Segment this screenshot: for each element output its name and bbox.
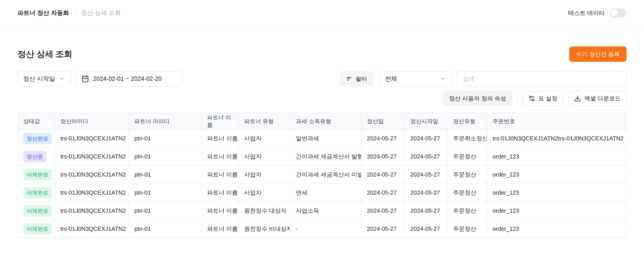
- status-badge: 이체완료: [23, 205, 52, 217]
- table-row[interactable]: 이체완료trs-01J0N3QCEXJ1ATN2ptn-01파트너 이름원천징수…: [18, 202, 626, 220]
- table-cell: 주문정산: [448, 147, 487, 166]
- table-cell: 파트너 이름: [202, 220, 238, 238]
- table-cell: 간이과세 세금계산서 발행: [290, 147, 361, 166]
- status-badge: 이체완료: [23, 169, 52, 180]
- toggle-knob: [610, 9, 618, 17]
- table-cell: trs-01J0N3QCEXJ1ATN2: [55, 184, 129, 202]
- test-data-toggle-group: 테스트 데이터: [568, 8, 626, 17]
- settlement-table: 상태값정산아이디파트너 아이디파트너 이름파트너 유형과세·소득유형정산일정산시…: [18, 113, 626, 238]
- table-cell: 사업자: [238, 184, 290, 202]
- table-cell: ptn-01: [129, 166, 202, 184]
- table-cell: 파트너 이름: [202, 166, 238, 184]
- test-data-toggle[interactable]: [610, 8, 626, 17]
- table-cell: 원천징수 대상자: [238, 202, 290, 220]
- table-cell: 주문정산: [448, 220, 487, 238]
- table-cell: order_123: [487, 202, 626, 220]
- breadcrumb-app-title[interactable]: 파트너 정산 자동화: [18, 9, 69, 17]
- table-row[interactable]: 이체완료trs-01J0N3QCEXJ1ATN2ptn-01파트너 이름사업자면…: [18, 184, 626, 202]
- status-cell: 이체완료: [18, 184, 55, 202]
- status-cell: 이체완료: [18, 220, 55, 238]
- table-cell: ptn-01: [129, 130, 202, 147]
- table-cell: trs-01J0N3QCEXJ1ATN2: [55, 220, 129, 238]
- table-cell: 주문정산: [448, 166, 487, 184]
- column-header: 파트너 유형: [238, 113, 290, 130]
- table-row[interactable]: 정산완료trs-01J0N3QCEXJ1ATN2ptn-01파트너 이름사업자일…: [18, 130, 626, 147]
- table-cell: trs-01J0N3QCEXJ1ATN2: [55, 130, 129, 147]
- status-filter-value: 전체: [385, 75, 397, 83]
- table-cell: 2024-05-27: [405, 130, 448, 147]
- table-cell: trs-01J0N3QCEXJ1ATN2: [55, 202, 129, 220]
- table-cell: 파트너 이름: [202, 184, 238, 202]
- table-cell: 원천징수 비대상자: [238, 220, 290, 238]
- table-settings-button[interactable]: 표 설정: [522, 91, 563, 106]
- table-row[interactable]: 이체완료trs-01J0N3QCEXJ1ATN2ptn-01파트너 이름사업자간…: [18, 166, 626, 184]
- column-header: 과세·소득유형: [290, 113, 361, 130]
- chevron-down-icon: [58, 75, 65, 82]
- table-cell: 주문취소정산: [448, 130, 487, 147]
- status-badge: 이체완료: [23, 223, 52, 235]
- table-cell: 2024-05-27: [361, 220, 405, 238]
- table-cell: trs-01J0N3QCEXJ1ATN2: [55, 147, 129, 166]
- status-cell: 이체완료: [18, 166, 55, 184]
- table-cell: 면세: [290, 184, 361, 202]
- settlement-custom-attrs-button[interactable]: 정산 사용자 정의 속성: [443, 91, 512, 106]
- status-cell: 이체완료: [18, 202, 55, 220]
- table-row[interactable]: 정산중trs-01J0N3QCEXJ1ATN2ptn-01파트너 이름사업자간이…: [18, 147, 626, 166]
- table-cell: 2024-05-27: [405, 202, 448, 220]
- table-cell: ptn-01: [129, 220, 202, 238]
- table-cell: order_123: [487, 166, 626, 184]
- table-cell: 2024-05-27: [361, 130, 405, 147]
- status-badge: 정산완료: [23, 133, 52, 144]
- table-cell: 2024-05-27: [405, 147, 448, 166]
- table-cell: 2024-05-27: [361, 147, 405, 166]
- table-cell: 간이과세 세금계산서 미발행: [290, 166, 361, 184]
- excel-download-label: 엑셀 다운로드: [584, 95, 621, 103]
- column-header: 정산아이디: [55, 113, 129, 130]
- table-cell: 파트너 이름: [202, 147, 238, 166]
- settings-sliders-icon: [528, 95, 535, 102]
- column-header: 상태값: [18, 113, 55, 130]
- column-header: 정산일: [361, 113, 405, 130]
- status-badge: 이체완료: [23, 187, 52, 198]
- app-bar: 파트너 정산 자동화 정산 상세 조회 테스트 데이터: [0, 0, 644, 26]
- date-range-value: 2024-02-01 ~ 2024-02-20: [93, 75, 162, 82]
- table-cell: 주문정산: [448, 184, 487, 202]
- page-title: 정산 상세 조회: [18, 48, 72, 60]
- date-field-select[interactable]: 정산 시작일: [18, 71, 71, 86]
- table-cell: ptn-01: [129, 184, 202, 202]
- search-input[interactable]: [456, 71, 626, 86]
- table-cell: 사업자: [238, 130, 290, 147]
- table-cell: 2024-05-27: [405, 166, 448, 184]
- filter-button[interactable]: 필터: [340, 71, 373, 86]
- table-cell: 2024-05-27: [361, 166, 405, 184]
- table-cell: 2024-05-27: [405, 184, 448, 202]
- table-cell: 사업자: [238, 147, 290, 166]
- table-settings-label: 표 설정: [538, 95, 558, 103]
- table-cell: ptn-01: [129, 147, 202, 166]
- column-header: 주문번호: [487, 113, 626, 130]
- download-icon: [574, 95, 581, 102]
- breadcrumb-current-page: 정산 상세 조회: [81, 9, 121, 17]
- table-cell: order_123: [487, 147, 626, 166]
- table-cell: 2024-05-27: [361, 184, 405, 202]
- table-cell: ptn-01: [129, 202, 202, 220]
- breadcrumb: 파트너 정산 자동화 정산 상세 조회: [18, 9, 121, 17]
- manual-settlement-register-button[interactable]: 수기 정산건 등록: [569, 46, 626, 62]
- table-cell: 파트너 이름: [202, 202, 238, 220]
- table-cell: 사업자: [238, 166, 290, 184]
- status-cell: 정산완료: [18, 130, 55, 147]
- table-cell: -: [290, 220, 361, 238]
- status-filter-select[interactable]: 전체: [379, 71, 452, 86]
- table-cell: 사업소득: [290, 202, 361, 220]
- chevron-down-icon: [439, 75, 446, 82]
- table-cell: 일반과세: [290, 130, 361, 147]
- column-header: 정산시작일: [405, 113, 448, 130]
- date-range-picker[interactable]: 2024-02-01 ~ 2024-02-20: [75, 71, 182, 86]
- toolbar-divider: [517, 92, 518, 105]
- column-header: 정산유형: [448, 113, 487, 130]
- table-header-row: 상태값정산아이디파트너 아이디파트너 이름파트너 유형과세·소득유형정산일정산시…: [18, 113, 626, 130]
- excel-download-button[interactable]: 엑셀 다운로드: [568, 91, 626, 106]
- main-content: 정산 상세 조회 수기 정산건 등록 정산 시작일 2024-02-01 ~ 2…: [0, 46, 644, 238]
- table-row[interactable]: 이체완료trs-01J0N3QCEXJ1ATN2ptn-01파트너 이름원천징수…: [18, 220, 626, 238]
- table-cell: 2024-05-27: [361, 202, 405, 220]
